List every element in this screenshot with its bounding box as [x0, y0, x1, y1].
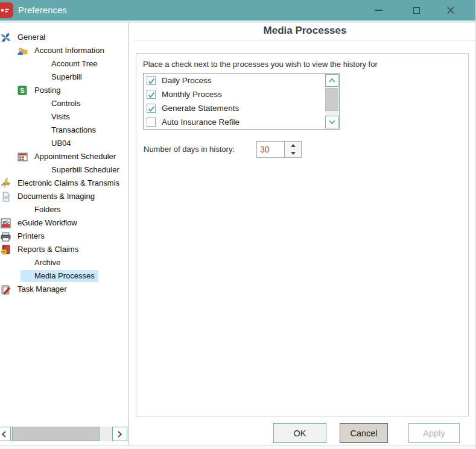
sidebar-item-label: Electronic Claims & Transmis [14, 177, 123, 189]
scroll-right-button[interactable] [112, 427, 127, 441]
sidebar-item-label: Task Manager [14, 283, 71, 295]
sidebar-item-label: General [14, 31, 49, 43]
sidebar-item-task-manager[interactable]: Task Manager [0, 283, 129, 296]
sidebar-item-label: Superbill [48, 71, 86, 83]
sidebar-item-label: Appointment Scheduler [31, 151, 119, 163]
sidebar-item-posting[interactable]: SPosting [0, 84, 129, 97]
spin-down-button[interactable] [285, 149, 301, 157]
minimize-icon[interactable] [366, 0, 390, 20]
sidebar-item-ub04[interactable]: UB04 [0, 137, 129, 150]
sidebar: GeneralAccount InformationAccount TreeSu… [0, 23, 129, 445]
sidebar-item-label: Printers [14, 230, 48, 242]
sidebar-item-visits[interactable]: Visits [0, 110, 129, 124]
process-checklist: Daily ProcessMonthly ProcessGenerate Sta… [143, 73, 340, 130]
sidebar-item-media-processes[interactable]: Media Processes [0, 269, 129, 283]
svg-text:S: S [20, 87, 24, 94]
sidebar-item-label: UB04 [48, 137, 75, 149]
sidebar-item-label: Transactions [48, 124, 100, 136]
scrollbar-thumb[interactable] [325, 88, 338, 111]
sidebar-item-controls[interactable]: Controls [0, 97, 129, 110]
sidebar-item-superbill[interactable]: Superbill [0, 71, 129, 84]
process-row-generate-statements[interactable]: Generate Statements [144, 101, 339, 115]
sidebar-item-archive[interactable]: Archive [0, 256, 129, 269]
sidebar-item-folders[interactable]: Folders [0, 203, 129, 216]
scroll-left-button[interactable] [0, 427, 11, 441]
sidebar-item-label: Account Information [31, 45, 108, 57]
checkbox-unchecked-icon[interactable] [147, 118, 156, 127]
process-label: Generate Statements [162, 104, 239, 113]
sidebar-item-label: Folders [31, 204, 64, 216]
sidebar-item-reports-claims[interactable]: Reports & Claims [0, 243, 129, 256]
appointment-scheduler-icon [17, 152, 28, 162]
sidebar-item-general[interactable]: General [0, 31, 129, 44]
sidebar-item-transactions[interactable]: Transactions [0, 124, 129, 137]
process-row-monthly-process[interactable]: Monthly Process [144, 87, 339, 101]
page-title: Media Processes [134, 23, 476, 40]
close-icon[interactable] [439, 0, 463, 20]
reports-claims-icon [1, 245, 11, 255]
maximize-icon[interactable] [404, 0, 428, 20]
process-list: Daily ProcessMonthly ProcessGenerate Sta… [144, 74, 339, 129]
eguide-workflow-icon: eG [1, 218, 11, 228]
account-information-icon [17, 46, 28, 56]
task-manager-icon [1, 284, 11, 295]
sidebar-item-printers[interactable]: Printers [0, 230, 129, 243]
printers-icon [1, 231, 11, 242]
preferences-window: Preferences GeneralAccount InformationAc… [0, 0, 476, 449]
scroll-down-button[interactable] [325, 116, 338, 128]
process-row-auto-insurance-refile[interactable]: Auto Insurance Refile [144, 115, 339, 129]
checkbox-checked-icon[interactable] [147, 90, 156, 99]
sidebar-item-label: Reports & Claims [14, 243, 82, 256]
general-icon [1, 33, 11, 43]
sidebar-item-label: eGuide Workflow [14, 217, 81, 229]
sidebar-item-account-tree[interactable]: Account Tree [0, 57, 129, 71]
checkbox-checked-icon[interactable] [147, 104, 156, 113]
sidebar-item-label: Media Processes [21, 270, 98, 282]
sidebar-item-superbill-scheduler[interactable]: Superbill Scheduler [0, 163, 129, 177]
sidebar-item-account-information[interactable]: Account Information [0, 44, 129, 57]
spin-up-button[interactable] [285, 142, 301, 149]
scroll-up-button[interactable] [325, 74, 338, 87]
sidebar-item-appointment-scheduler[interactable]: Appointment Scheduler [0, 150, 129, 163]
sidebar-item-label: Controls [48, 98, 84, 110]
list-vertical-scrollbar [325, 74, 339, 129]
days-in-history-label: Number of days in history: [144, 145, 235, 154]
sidebar-item-electronic-claims-transmis[interactable]: Electronic Claims & Transmis [0, 177, 129, 190]
electronic-claims-icon [1, 178, 11, 189]
sidebar-item-label: Archive [31, 257, 64, 269]
instruction-text: Place a check next to the processes you … [143, 60, 378, 69]
sidebar-item-label: Posting [31, 84, 64, 96]
scrollbar-thumb[interactable] [12, 427, 100, 441]
days-spinner [284, 141, 302, 158]
sidebar-item-label: Visits [48, 111, 74, 123]
apply-button[interactable]: Apply [408, 423, 460, 443]
app-icon [0, 2, 13, 18]
sidebar-item-documents-imaging[interactable]: Documents & Imaging [0, 190, 129, 203]
posting-icon: S [17, 86, 28, 96]
days-in-history-input[interactable] [256, 141, 285, 158]
window-title: Preferences [18, 0, 67, 20]
process-label: Daily Process [162, 76, 212, 85]
preferences-tree: GeneralAccount InformationAccount TreeSu… [0, 23, 129, 296]
ok-button[interactable]: OK [273, 423, 326, 443]
tree-horizontal-scrollbar [0, 427, 128, 441]
process-label: Auto Insurance Refile [162, 118, 240, 127]
sidebar-item-label: Account Tree [48, 58, 101, 70]
process-label: Monthly Process [162, 90, 222, 99]
sidebar-item-label: Documents & Imaging [14, 190, 98, 203]
sidebar-item-label: Superbill Scheduler [48, 164, 123, 176]
process-row-daily-process[interactable]: Daily Process [144, 74, 339, 87]
documents-imaging-icon [1, 192, 11, 202]
sidebar-item-eguide-workflow[interactable]: eGeGuide Workflow [0, 216, 129, 230]
checkbox-checked-icon[interactable] [147, 76, 156, 85]
titlebar: Preferences [0, 0, 476, 20]
svg-text:eG: eG [2, 219, 9, 225]
window-bottom-edge [0, 445, 476, 449]
cancel-button[interactable]: Cancel [340, 423, 388, 443]
